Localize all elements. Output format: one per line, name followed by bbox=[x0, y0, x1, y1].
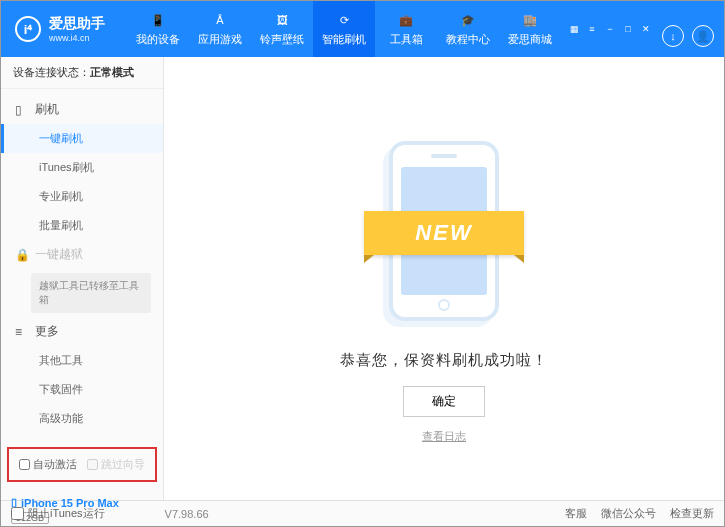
lock-icon: 🔒 bbox=[15, 248, 29, 262]
footer-update[interactable]: 检查更新 bbox=[670, 506, 714, 521]
window-controls: ▦ ≡ − □ ✕ bbox=[566, 22, 654, 36]
menu-more-header[interactable]: ≡更多 bbox=[1, 317, 163, 346]
minimize-icon[interactable]: − bbox=[602, 22, 618, 36]
skip-guide-checkbox[interactable]: 跳过向导 bbox=[87, 457, 145, 472]
brand-url: www.i4.cn bbox=[49, 33, 105, 43]
more-icon: ≡ bbox=[15, 325, 29, 339]
nav-apps[interactable]: Å应用游戏 bbox=[189, 1, 251, 57]
brand-area: i⁴ 爱思助手 www.i4.cn bbox=[1, 15, 119, 43]
checkbox-area: 自动激活 跳过向导 bbox=[7, 447, 157, 482]
menu-other-tools[interactable]: 其他工具 bbox=[1, 346, 163, 375]
nav-store[interactable]: 🏬爱思商城 bbox=[499, 1, 561, 57]
maximize-icon[interactable]: □ bbox=[620, 22, 636, 36]
phone-icon: ▯ bbox=[15, 103, 29, 117]
flash-icon: ⟳ bbox=[335, 11, 353, 29]
menu-icon[interactable]: ▦ bbox=[566, 22, 582, 36]
menu-advanced[interactable]: 高级功能 bbox=[1, 404, 163, 433]
menu-flash-header[interactable]: ▯刷机 bbox=[1, 95, 163, 124]
top-nav: 📱我的设备 Å应用游戏 🖼铃声壁纸 ⟳智能刷机 💼工具箱 🎓教程中心 🏬爱思商城 bbox=[127, 1, 561, 57]
nav-toolbox[interactable]: 💼工具箱 bbox=[375, 1, 437, 57]
main-content: NEW 恭喜您，保资料刷机成功啦！ 确定 查看日志 bbox=[164, 57, 724, 500]
menu-itunes-flash[interactable]: iTunes刷机 bbox=[1, 153, 163, 182]
footer-wechat[interactable]: 微信公众号 bbox=[601, 506, 656, 521]
toolbox-icon: 💼 bbox=[397, 11, 415, 29]
device-icon: 📱 bbox=[149, 11, 167, 29]
jailbreak-note: 越狱工具已转移至工具箱 bbox=[31, 273, 151, 313]
menu-onekey-flash[interactable]: 一键刷机 bbox=[1, 124, 163, 153]
new-banner: NEW bbox=[364, 211, 524, 255]
success-message: 恭喜您，保资料刷机成功啦！ bbox=[340, 351, 548, 370]
sidebar: 设备连接状态：正常模式 ▯刷机 一键刷机 iTunes刷机 专业刷机 批量刷机 … bbox=[1, 57, 164, 500]
nav-tutorials[interactable]: 🎓教程中心 bbox=[437, 1, 499, 57]
menu-download-firmware[interactable]: 下载固件 bbox=[1, 375, 163, 404]
block-itunes-checkbox[interactable]: 阻止iTunes运行 bbox=[11, 506, 105, 521]
logo-icon: i⁴ bbox=[15, 16, 41, 42]
apps-icon: Å bbox=[211, 11, 229, 29]
nav-ringtones[interactable]: 🖼铃声壁纸 bbox=[251, 1, 313, 57]
nav-my-device[interactable]: 📱我的设备 bbox=[127, 1, 189, 57]
app-header: i⁴ 爱思助手 www.i4.cn 📱我的设备 Å应用游戏 🖼铃声壁纸 ⟳智能刷… bbox=[1, 1, 724, 57]
phone-illustration: NEW bbox=[374, 133, 514, 333]
device-status: 设备连接状态：正常模式 bbox=[1, 57, 163, 89]
menu-pro-flash[interactable]: 专业刷机 bbox=[1, 182, 163, 211]
version-label: V7.98.66 bbox=[165, 508, 209, 520]
brand-name: 爱思助手 bbox=[49, 15, 105, 33]
close-icon[interactable]: ✕ bbox=[638, 22, 654, 36]
ok-button[interactable]: 确定 bbox=[403, 386, 485, 417]
auto-activate-checkbox[interactable]: 自动激活 bbox=[19, 457, 77, 472]
tutorial-icon: 🎓 bbox=[459, 11, 477, 29]
settings-icon[interactable]: ≡ bbox=[584, 22, 600, 36]
user-button[interactable]: 👤 bbox=[692, 25, 714, 47]
store-icon: 🏬 bbox=[521, 11, 539, 29]
footer-support[interactable]: 客服 bbox=[565, 506, 587, 521]
wallpaper-icon: 🖼 bbox=[273, 11, 291, 29]
view-log-link[interactable]: 查看日志 bbox=[422, 429, 466, 444]
menu-jailbreak-header: 🔒一键越狱 bbox=[1, 240, 163, 269]
nav-flash[interactable]: ⟳智能刷机 bbox=[313, 1, 375, 57]
download-button[interactable]: ↓ bbox=[662, 25, 684, 47]
menu-batch-flash[interactable]: 批量刷机 bbox=[1, 211, 163, 240]
